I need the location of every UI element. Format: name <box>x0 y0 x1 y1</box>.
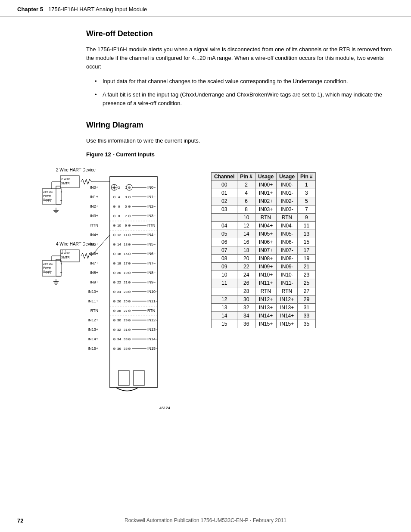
table-cell: 3 <box>298 189 316 197</box>
svg-text:IN0−: IN0− <box>147 185 156 190</box>
table-row: 28RTNRTN27 <box>212 287 316 295</box>
table-cell: 13 <box>212 303 237 311</box>
table-cell: 14 <box>237 230 255 238</box>
svg-text:7: 7 <box>125 214 127 218</box>
svg-text:⊖: ⊖ <box>128 252 131 256</box>
svg-text:14: 14 <box>117 243 121 246</box>
table-cell: 35 <box>298 320 316 328</box>
table-cell: RTN <box>255 213 277 221</box>
table-cell: IN12+ <box>277 295 298 303</box>
svg-text:IN9−: IN9− <box>147 280 156 284</box>
svg-text:IN12+: IN12+ <box>88 318 98 322</box>
table-cell: 28 <box>237 287 255 295</box>
col-usage1: Usage <box>255 172 277 180</box>
svg-text:+: + <box>60 190 62 194</box>
svg-text:⊖: ⊖ <box>113 309 116 313</box>
table-cell: 09 <box>212 262 237 271</box>
svg-text:IN4+: IN4+ <box>90 233 98 237</box>
svg-text:IN1−: IN1− <box>147 195 156 199</box>
wiring-title: Wiring Diagram <box>86 121 394 130</box>
table-cell: IN03- <box>277 205 298 213</box>
table-cell: RTN <box>277 287 298 295</box>
svg-text:⊖: ⊖ <box>113 214 116 218</box>
table-row: 014IN01+IN01-3 <box>212 189 316 197</box>
svg-text:⊖: ⊖ <box>128 318 131 322</box>
svg-text:45124: 45124 <box>159 406 170 410</box>
col-usage2: Usage <box>277 172 298 180</box>
svg-text:+ +: + + <box>61 249 66 253</box>
table-row: 0820IN08+IN08-19 <box>212 254 316 262</box>
table-cell: 02 <box>212 197 237 205</box>
svg-text:⊖: ⊖ <box>128 347 131 351</box>
table-cell: RTN <box>277 213 298 221</box>
svg-text:13: 13 <box>124 243 128 246</box>
wireoff-section: Wire-off Detection The 1756-IF16H module… <box>86 29 394 108</box>
svg-text:IN9+: IN9+ <box>90 280 98 284</box>
table-cell: IN06- <box>277 238 298 246</box>
svg-text:9: 9 <box>125 224 127 227</box>
svg-text:24: 24 <box>117 290 121 294</box>
svg-text:−: − <box>60 271 62 274</box>
table-cell: 33 <box>298 311 316 320</box>
svg-text:36: 36 <box>117 347 121 351</box>
svg-text:IN10+: IN10+ <box>88 289 98 294</box>
table-cell: IN14+ <box>277 311 298 320</box>
svg-text:IN14−: IN14− <box>147 337 158 341</box>
pin-table-container: Channel Pin # Usage Usage Pin # 002IN00+… <box>211 168 316 328</box>
table-cell: IN02+ <box>255 197 277 205</box>
svg-text:IN12−: IN12− <box>147 318 158 322</box>
svg-text:⊖: ⊖ <box>128 271 131 275</box>
svg-text:2: 2 <box>118 186 120 190</box>
svg-text:⊖: ⊖ <box>113 205 116 208</box>
svg-text:8: 8 <box>118 214 120 218</box>
table-cell: RTN <box>255 287 277 295</box>
table-cell: 15 <box>298 238 316 246</box>
table-cell: IN13+ <box>255 303 277 311</box>
svg-text:Power: Power <box>43 194 51 197</box>
svg-text:⊖: ⊖ <box>113 347 116 351</box>
wireoff-body: The 1756-IF16H module alerts you when a … <box>86 45 394 71</box>
table-cell: 17 <box>298 246 316 254</box>
table-cell: 15 <box>212 320 237 328</box>
table-cell: 05 <box>212 230 237 238</box>
table-row: 1332IN13+IN13+31 <box>212 303 316 311</box>
table-cell: IN04- <box>277 221 298 230</box>
svg-text:5: 5 <box>125 205 127 208</box>
svg-text:30: 30 <box>117 318 121 322</box>
table-cell: 19 <box>298 254 316 262</box>
table-cell: 29 <box>298 295 316 303</box>
table-row: 0514IN05+IN05-13 <box>212 230 316 238</box>
table-cell: IN07+ <box>255 246 277 254</box>
svg-text:29: 29 <box>124 318 128 322</box>
svg-text:12: 12 <box>117 233 121 237</box>
diagram-svg: 2 Wire HART Device 2 Wire XMTR 24V DC Po… <box>34 164 198 414</box>
svg-text:⊖: ⊖ <box>128 309 131 313</box>
table-cell: 10 <box>237 213 255 221</box>
svg-text:⊖: ⊖ <box>113 195 116 199</box>
table-cell: 2 <box>237 180 255 189</box>
svg-text:⊖: ⊖ <box>113 224 116 227</box>
bullet-2: A fault bit is set in the input tag (Chx… <box>95 90 394 108</box>
svg-text:⊖: ⊖ <box>113 271 116 275</box>
bullet-1: Input data for that channel changes to t… <box>95 77 394 86</box>
svg-text:22: 22 <box>117 280 121 284</box>
table-cell: 9 <box>298 213 316 221</box>
svg-text:⊖: ⊖ <box>128 233 131 237</box>
svg-text:IN4−: IN4− <box>147 233 156 237</box>
table-cell: 32 <box>237 303 255 311</box>
table-cell: 27 <box>298 287 316 295</box>
table-row: 002IN00+IN00-1 <box>212 180 316 189</box>
svg-text:16: 16 <box>117 252 121 256</box>
svg-text:IN7−: IN7− <box>147 261 156 265</box>
svg-text:20: 20 <box>117 271 121 275</box>
table-row: 1126IN11+IN11-25 <box>212 279 316 287</box>
wiring-body: Use this information to wire the current… <box>86 137 394 145</box>
table-cell: 21 <box>298 262 316 271</box>
table-cell: IN01- <box>277 189 298 197</box>
table-cell: 23 <box>298 271 316 279</box>
table-cell: 03 <box>212 205 237 213</box>
table-row: 1024IN10+IN10-23 <box>212 271 316 279</box>
svg-text:6: 6 <box>118 205 120 208</box>
table-row: 0922IN09+IN09-21 <box>212 262 316 271</box>
svg-text:IN8−: IN8− <box>147 271 156 275</box>
